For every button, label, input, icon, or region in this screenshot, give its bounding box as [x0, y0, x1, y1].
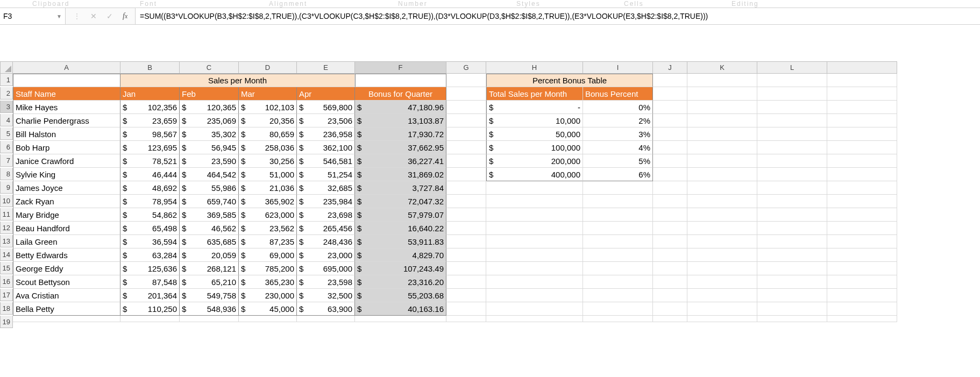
empty-cell[interactable] — [827, 87, 897, 101]
empty-cell[interactable] — [446, 141, 486, 154]
money-cell[interactable]: $235,984 — [297, 195, 355, 208]
empty-cell[interactable] — [120, 316, 180, 322]
money-cell[interactable]: $20,356 — [239, 114, 297, 127]
jan-header[interactable]: Jan — [120, 87, 180, 101]
empty-cell[interactable] — [757, 74, 827, 87]
empty-cell[interactable] — [446, 114, 486, 127]
money-cell[interactable]: $- — [486, 101, 583, 114]
bonus-percent-cell[interactable]: 5% — [583, 154, 653, 168]
money-cell[interactable]: $100,000 — [486, 141, 583, 154]
feb-header[interactable]: Feb — [180, 87, 239, 101]
money-cell[interactable]: $365,230 — [239, 275, 297, 289]
empty-cell[interactable] — [687, 181, 757, 195]
money-cell[interactable]: $37,662.95 — [355, 141, 446, 154]
empty-cell[interactable] — [446, 181, 486, 195]
money-cell[interactable]: $55,986 — [180, 181, 239, 195]
empty-cell[interactable] — [446, 316, 486, 322]
empty-cell[interactable] — [446, 275, 486, 289]
empty-cell[interactable] — [757, 208, 827, 222]
money-cell[interactable]: $36,594 — [120, 235, 180, 248]
bonus-percent-cell[interactable]: 3% — [583, 127, 653, 141]
empty-cell[interactable] — [446, 195, 486, 208]
row-header-17[interactable]: 17 — [0, 289, 13, 301]
column-header-C[interactable]: C — [180, 61, 239, 74]
money-cell[interactable]: $51,000 — [239, 168, 297, 181]
total-sales-header[interactable]: Total Sales per Month — [486, 87, 583, 101]
money-cell[interactable]: $623,000 — [239, 208, 297, 222]
money-cell[interactable]: $23,506 — [297, 114, 355, 127]
money-cell[interactable]: $23,590 — [180, 154, 239, 168]
money-cell[interactable]: $4,829.70 — [355, 248, 446, 262]
money-cell[interactable]: $57,979.07 — [355, 208, 446, 222]
money-cell[interactable]: $16,640.22 — [355, 222, 446, 235]
bonus-percent-cell[interactable]: 2% — [583, 114, 653, 127]
row-header-5[interactable]: 5 — [0, 127, 13, 140]
money-cell[interactable]: $23,659 — [120, 114, 180, 127]
empty-cell[interactable] — [583, 248, 653, 262]
select-all-corner[interactable] — [0, 61, 13, 74]
empty-cell[interactable] — [583, 235, 653, 248]
empty-cell[interactable] — [486, 316, 583, 322]
empty-cell[interactable] — [653, 168, 687, 181]
money-cell[interactable]: $248,436 — [297, 235, 355, 248]
money-cell[interactable]: $87,548 — [120, 275, 180, 289]
column-header-H[interactable]: H — [486, 61, 583, 74]
money-cell[interactable]: $13,103.87 — [355, 114, 446, 127]
staff-name-cell[interactable]: Janice Crawford — [13, 154, 120, 168]
empty-cell[interactable] — [757, 275, 827, 289]
empty-cell[interactable] — [653, 74, 687, 87]
row-header-8[interactable]: 8 — [0, 168, 13, 180]
empty-cell[interactable] — [687, 74, 757, 87]
money-cell[interactable]: $365,902 — [239, 195, 297, 208]
empty-cell[interactable] — [446, 208, 486, 222]
bonus-table-header[interactable]: Percent Bonus Table — [486, 74, 653, 87]
column-header-L[interactable]: L — [757, 61, 827, 74]
money-cell[interactable]: $785,200 — [239, 262, 297, 275]
empty-cell[interactable] — [827, 235, 897, 248]
empty-cell[interactable] — [757, 114, 827, 127]
bonus-percent-cell[interactable]: 4% — [583, 141, 653, 154]
empty-cell[interactable] — [827, 154, 897, 168]
column-header-D[interactable]: D — [239, 61, 297, 74]
empty-cell[interactable] — [827, 74, 897, 87]
money-cell[interactable]: $110,250 — [120, 302, 180, 316]
money-cell[interactable]: $65,498 — [120, 222, 180, 235]
money-cell[interactable]: $53,911.83 — [355, 235, 446, 248]
money-cell[interactable]: $50,000 — [486, 127, 583, 141]
money-cell[interactable]: $258,036 — [239, 141, 297, 154]
money-cell[interactable]: $3,727.84 — [355, 181, 446, 195]
staff-name-cell[interactable]: James Joyce — [13, 181, 120, 195]
money-cell[interactable]: $80,659 — [239, 127, 297, 141]
column-header-B[interactable]: B — [120, 61, 180, 74]
row-header-9[interactable]: 9 — [0, 181, 13, 194]
column-header-I[interactable]: I — [583, 61, 653, 74]
money-cell[interactable]: $32,685 — [297, 181, 355, 195]
empty-cell[interactable] — [486, 302, 583, 316]
empty-cell[interactable] — [446, 127, 486, 141]
enter-icon[interactable]: ✓ — [106, 12, 113, 20]
empty-cell[interactable] — [446, 222, 486, 235]
column-header-F[interactable]: F — [355, 61, 446, 74]
staff-name-cell[interactable]: Zack Ryan — [13, 195, 120, 208]
empty-cell[interactable] — [687, 208, 757, 222]
column-header-E[interactable]: E — [297, 61, 355, 74]
money-cell[interactable]: $30,256 — [239, 154, 297, 168]
money-cell[interactable]: $102,103 — [239, 101, 297, 114]
empty-cell[interactable] — [653, 208, 687, 222]
empty-cell[interactable] — [446, 154, 486, 168]
money-cell[interactable]: $46,444 — [120, 168, 180, 181]
row-header-13[interactable]: 13 — [0, 235, 13, 247]
row-header-6[interactable]: 6 — [0, 141, 13, 153]
empty-cell[interactable] — [827, 262, 897, 275]
empty-cell[interactable] — [757, 222, 827, 235]
money-cell[interactable]: $21,036 — [239, 181, 297, 195]
empty-cell[interactable] — [757, 235, 827, 248]
empty-cell[interactable] — [446, 262, 486, 275]
money-cell[interactable]: $20,059 — [180, 248, 239, 262]
money-cell[interactable]: $107,243.49 — [355, 262, 446, 275]
formula-input[interactable]: =SUM((B3*VLOOKUP(B3,$H$2:$I$8,2,TRUE)),(… — [136, 8, 980, 24]
empty-cell[interactable] — [446, 101, 486, 114]
empty-cell[interactable] — [446, 74, 486, 87]
money-cell[interactable]: $635,685 — [180, 235, 239, 248]
empty-cell[interactable] — [757, 262, 827, 275]
